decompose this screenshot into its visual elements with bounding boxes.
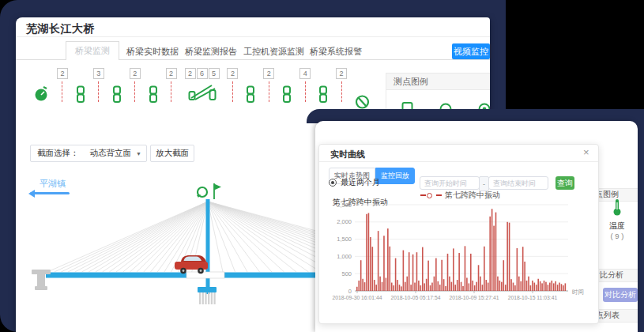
title-divider [16, 36, 490, 37]
section-select[interactable]: 截面选择： 动态背立面 ▼ [30, 145, 147, 162]
chain-link-icon[interactable]: 0 [112, 68, 122, 104]
left-pier [32, 270, 51, 290]
sensor-count-badge: 2 [336, 68, 347, 79]
chain-link-icon[interactable]: 0 [246, 68, 255, 104]
deck-gap [186, 272, 224, 278]
svg-text:2,000: 2,000 [337, 218, 352, 225]
realtime-curve-dialog: 实时曲线 × 实时走势图 监控回放 最近两个月 - 查询 第七跨跨中振动 第七跨… [318, 144, 599, 324]
popup-window: 测点图例 温度 ( 9 ) 对比分析 对比分析 测点列表 实时曲线 × 实时走势… [315, 121, 638, 332]
top-right-black-area [506, 0, 644, 111]
dash-line: 3 [93, 68, 104, 102]
tower-top-sensor-icons [197, 183, 221, 199]
svg-text:2018-10-09 15:27:41: 2018-10-09 15:27:41 [449, 295, 499, 300]
sensor-count-badge: 2 [57, 68, 68, 79]
temperature-label: 温度 [609, 221, 625, 232]
dash-line: 2 [130, 68, 141, 102]
svg-text:2018-10-05 05:17:54: 2018-10-05 05:17:54 [390, 295, 440, 300]
gauge-icon[interactable]: 0 [33, 68, 49, 103]
svg-text:1,500: 1,500 [337, 236, 352, 243]
video-monitor-button[interactable]: 视频监控 [452, 43, 490, 59]
sensor-strip: 0203020226520204020 [33, 68, 370, 114]
dash-line: 2 [227, 68, 238, 102]
dash-line: 4 [299, 68, 311, 102]
tab-system-alarm[interactable]: 桥梁系统报警 [310, 46, 362, 58]
tab-bridge-monitoring[interactable]: 桥梁监测 [66, 41, 119, 60]
legend-panel-title: 测点图例 [386, 76, 428, 88]
tab-realtime-data[interactable]: 桥梁实时数据 [126, 46, 179, 58]
enlarge-section-button[interactable]: 放大截面 [150, 145, 194, 162]
sensor-count-badge: 2 [185, 68, 196, 79]
page-title: 芜湖长江大桥 [26, 22, 95, 36]
tab-ipc-resource[interactable]: 工控机资源监测 [243, 46, 304, 58]
truss-icon[interactable]: 265 [185, 68, 220, 101]
chain-link-icon[interactable]: 0 [149, 68, 158, 104]
bridge-tower [206, 199, 210, 294]
sensor-count-badge: 2 [130, 68, 141, 79]
section-select-value: 动态背立面 [85, 148, 135, 159]
dash-line: 2 [57, 68, 68, 102]
car [175, 255, 208, 274]
sensor-count-badge: 2 [227, 68, 238, 79]
sensor-count-badge: 2 [263, 68, 274, 79]
dash-line: 2 [166, 68, 177, 102]
sensor-count-badge: 6 [197, 68, 208, 79]
compare-analysis-button[interactable]: 对比分析 [603, 288, 638, 302]
svg-text:2018-09-30 16:01:44: 2018-09-30 16:01:44 [332, 295, 382, 300]
chain-link-icon[interactable]: 0 [282, 68, 292, 104]
chain-link-icon[interactable]: 0 [76, 68, 85, 104]
svg-text:2,500: 2,500 [337, 202, 352, 209]
popup-right-frame [638, 117, 644, 332]
thermometer-icon [612, 198, 623, 219]
section-select-label: 截面选择： [31, 148, 85, 159]
sensor-count-badge: 3 [93, 68, 104, 79]
svg-text:0: 0 [348, 288, 352, 295]
tab-label: 桥梁监测 [75, 45, 110, 57]
svg-text:500: 500 [341, 270, 352, 277]
tower-foundation [198, 287, 217, 304]
vibration-chart: 05001,0001,5002,0002,5002018-09-30 16:01… [319, 145, 598, 322]
dash-line: 2 [263, 68, 274, 102]
temperature-count: ( 9 ) [611, 232, 624, 240]
sensor-count-badge: 2 [166, 68, 177, 79]
sensor-count-badge: 5 [209, 68, 220, 79]
tab-monitor-report[interactable]: 桥梁监测报告 [185, 46, 237, 58]
no-entry-icon[interactable]: 0 [355, 68, 370, 112]
dash-line: 2 [336, 68, 347, 102]
legend-panel-header: 测点图例 [386, 73, 490, 90]
chain-link-icon[interactable]: 0 [318, 68, 328, 104]
chevron-down-icon: ▼ [134, 151, 146, 157]
svg-text:1,000: 1,000 [337, 253, 352, 260]
svg-text:2018-10-15 11:03:41: 2018-10-15 11:03:41 [508, 295, 558, 300]
sensor-count-badge: 4 [299, 68, 311, 79]
svg-text:时间: 时间 [572, 289, 584, 296]
temperature-sensor-cell[interactable]: 温度 ( 9 ) [600, 198, 635, 240]
